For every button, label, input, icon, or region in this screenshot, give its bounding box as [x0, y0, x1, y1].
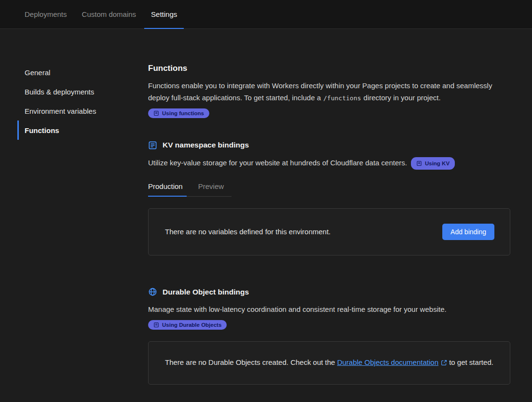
- durable-section-header: Durable Object bindings: [148, 287, 510, 296]
- environment-tabs: Production Preview: [148, 182, 232, 197]
- durable-section-title: Durable Object bindings: [163, 288, 249, 296]
- tab-custom-domains-label: Custom domains: [82, 10, 136, 18]
- sidebar-item-builds-deployments[interactable]: Builds & deployments: [17, 82, 148, 101]
- using-kv-badge-label: Using KV: [425, 159, 450, 168]
- external-link-icon: [441, 358, 447, 369]
- tab-settings[interactable]: Settings: [144, 0, 184, 28]
- top-tab-bar: Deployments Custom domains Settings: [0, 0, 532, 29]
- kv-empty-state-card: There are no variables defined for this …: [148, 208, 510, 255]
- tab-deployments[interactable]: Deployments: [18, 0, 74, 28]
- sidebar-item-environment-variables-label: Environment variables: [25, 107, 96, 115]
- functions-directory-code: /functions: [321, 94, 363, 102]
- kv-empty-state-message: There are no variables defined for this …: [165, 226, 331, 238]
- sidebar-item-functions[interactable]: Functions: [17, 121, 148, 140]
- settings-sidebar: General Builds & deployments Environment…: [17, 63, 148, 385]
- tab-preview-label: Preview: [198, 182, 224, 190]
- durable-empty-text-before-link: There are no Durable Objects created. Ch…: [165, 358, 335, 366]
- tab-deployments-label: Deployments: [25, 10, 67, 18]
- kv-description-text: Utilize key-value storage for your websi…: [148, 159, 407, 167]
- functions-description: Functions enable you to integrate with W…: [148, 80, 510, 104]
- tab-production[interactable]: Production: [148, 182, 191, 196]
- sidebar-item-general[interactable]: General: [17, 63, 148, 82]
- tab-production-label: Production: [148, 182, 183, 190]
- sidebar-item-builds-deployments-label: Builds & deployments: [25, 88, 94, 96]
- kv-section-title: KV namespace bindings: [163, 141, 249, 149]
- tab-settings-label: Settings: [151, 10, 177, 18]
- durable-objects-documentation-link[interactable]: Durable Objects documentation: [337, 358, 438, 366]
- using-functions-badge-label: Using functions: [162, 110, 204, 116]
- add-binding-button[interactable]: Add binding: [442, 224, 494, 240]
- sidebar-item-environment-variables[interactable]: Environment variables: [17, 101, 148, 121]
- sidebar-item-functions-label: Functions: [25, 126, 59, 134]
- functions-description-tail: directory in your project.: [364, 94, 441, 102]
- sidebar-item-general-label: General: [25, 68, 50, 77]
- docs-icon: [416, 161, 422, 166]
- using-functions-badge[interactable]: Using functions: [148, 108, 209, 118]
- durable-empty-state-message: There are no Durable Objects created. Ch…: [165, 358, 493, 366]
- settings-layout: General Builds & deployments Environment…: [0, 29, 532, 385]
- kv-section-description: Utilize key-value storage for your websi…: [148, 157, 510, 170]
- docs-icon: [153, 110, 159, 116]
- main-content: Functions Functions enable you to integr…: [148, 63, 510, 385]
- page-title: Functions: [148, 64, 510, 73]
- durable-empty-text-after-link: to get started.: [449, 358, 493, 366]
- using-durable-objects-badge-label: Using Durable Objects: [162, 322, 221, 328]
- durable-empty-state-card: There are no Durable Objects created. Ch…: [148, 341, 510, 385]
- kv-namespace-icon: [148, 141, 157, 150]
- using-kv-badge[interactable]: Using KV: [411, 157, 455, 170]
- tab-preview[interactable]: Preview: [191, 182, 232, 196]
- durable-section-description: Manage state with low-latency coordinati…: [148, 304, 510, 316]
- using-durable-objects-badge[interactable]: Using Durable Objects: [148, 320, 227, 330]
- docs-icon: [153, 322, 159, 328]
- kv-section-header: KV namespace bindings: [148, 141, 510, 150]
- tab-custom-domains[interactable]: Custom domains: [75, 0, 143, 28]
- globe-icon: [148, 287, 157, 296]
